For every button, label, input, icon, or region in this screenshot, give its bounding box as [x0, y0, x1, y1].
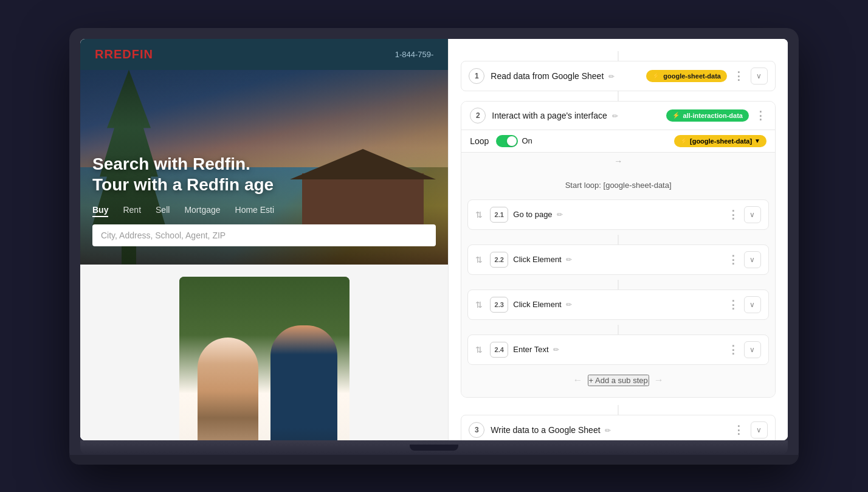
sub-step-2-4-chevron[interactable]: ∨ [744, 341, 761, 358]
hero-title: Search with Redfin. Tour with a Redfin a… [92, 154, 436, 195]
redfin-phone: 1-844-759- [395, 50, 434, 59]
loop-down-arrow: → [614, 156, 622, 166]
redfin-logo-r: R [95, 47, 104, 61]
redfin-logo-text: REDFIN [104, 47, 153, 61]
step-divider-2-3 [461, 405, 776, 415]
laptop-bottom [69, 455, 799, 465]
bolt-icon-2: ⚡ [672, 112, 680, 119]
redfin-hero: Search with Redfin. Tour with a Redfin a… [80, 70, 448, 265]
step-3-row: 3 Write data to a Google Sheet ✏ ⋮ ∨ [461, 415, 776, 440]
sub-divider-1 [467, 235, 769, 244]
sub-divider-3 [467, 325, 769, 334]
step-1-more-button[interactable]: ⋮ [733, 69, 745, 83]
right-panel-workflow[interactable]: 1 Read data from Google Sheet ✏ ⚡ google… [448, 39, 788, 440]
loop-arrow-left: ← [573, 375, 583, 386]
sub-step-2-1-edit-icon[interactable]: ✏ [557, 210, 563, 219]
sub-divider-2 [467, 280, 769, 289]
bolt-icon-1: ⚡ [652, 72, 660, 79]
step-1-text: Read data from Google Sheet [491, 71, 604, 81]
hero-content: Search with Redfin. Tour with a Redfin a… [80, 154, 448, 246]
sort-icon-2-1: ⇅ [475, 210, 483, 220]
step-3-text: Write data to a Google Sheet [491, 425, 600, 435]
step-2-label: Interact with a page's interface ✏ [492, 111, 660, 120]
nav-mortgage[interactable]: Mortgage [184, 205, 220, 217]
sub-step-2-1-more[interactable]: ⋮ [728, 208, 739, 221]
loop-tag[interactable]: ⚡ [google-sheet-data] ▼ [674, 135, 766, 147]
sub-step-2-3-edit-icon[interactable]: ✏ [566, 300, 572, 309]
step-3-edit-icon[interactable]: ✏ [605, 426, 611, 435]
sub-step-2-4-more[interactable]: ⋮ [728, 343, 739, 356]
laptop-base [80, 440, 788, 455]
toggle-switch[interactable] [496, 135, 518, 147]
step-1-tag[interactable]: ⚡ google-sheet-data [646, 70, 727, 82]
step-divider-top [461, 51, 776, 61]
hero-title-line2: Tour with a Redfin age [92, 175, 436, 195]
toggle-text: On [522, 136, 532, 145]
sub-step-2-4-number: 2.4 [490, 342, 508, 358]
nav-rent[interactable]: Rent [123, 205, 141, 217]
loop-arrow-right: → [654, 375, 664, 386]
loop-toggle[interactable]: On [496, 135, 532, 147]
laptop-notch [410, 445, 458, 451]
step-2-more-button[interactable]: ⋮ [755, 109, 766, 122]
person2 [270, 325, 337, 440]
left-panel-redfin: RREDFIN 1-844-759- Search with Redfin. T… [80, 39, 448, 440]
sub-step-2-1-chevron[interactable]: ∨ [744, 206, 761, 223]
step-1-edit-icon[interactable]: ✏ [608, 72, 615, 81]
sub-step-2-2-more[interactable]: ⋮ [728, 253, 739, 266]
step-2-text: Interact with a page's interface [492, 111, 607, 120]
sub-step-2-1-text: Go to page [513, 210, 552, 219]
toggle-knob [507, 136, 517, 146]
step-divider-1-2 [461, 91, 776, 101]
person1 [198, 338, 258, 440]
loop-label: Loop [470, 136, 489, 146]
step-1-label: Read data from Google Sheet ✏ [491, 71, 640, 81]
step-2-loop-container: 2 Interact with a page's interface ✏ ⚡ a… [461, 101, 776, 398]
sub-step-2-2-edit-icon[interactable]: ✏ [566, 255, 572, 264]
loop-toggle-row: Loop On ⚡ [google-sheet-data] ▼ [461, 130, 775, 153]
step-1-chevron-button[interactable]: ∨ [751, 68, 768, 85]
sub-step-2-3-more[interactable]: ⋮ [728, 298, 739, 311]
loop-arrow-connector: → [461, 153, 775, 170]
hero-nav: Buy Rent Sell Mortgage Home Esti [92, 205, 436, 217]
nav-sell[interactable]: Sell [156, 205, 170, 217]
sort-icon-2-2: ⇅ [475, 255, 483, 265]
sub-step-2-4-edit-icon[interactable]: ✏ [553, 345, 559, 354]
hero-search-bar[interactable]: City, Address, School, Agent, ZIP [92, 224, 436, 246]
loop-body: Start loop: [google-sheet-data] ⇅ 2.1 Go… [461, 170, 775, 397]
nav-home-estimate[interactable]: Home Esti [235, 205, 275, 217]
sub-step-2-2: ⇅ 2.2 Click Element ✏ ⋮ ∨ [467, 244, 769, 275]
loop-footer: ← + Add a sub step → [467, 370, 769, 391]
add-sub-step-button[interactable]: + Add a sub step [588, 375, 649, 386]
sort-icon-2-3: ⇅ [475, 300, 483, 310]
step-1-tag-label: google-sheet-data [663, 72, 721, 80]
laptop-container: RREDFIN 1-844-759- Search with Redfin. T… [69, 28, 799, 465]
redfin-logo: RREDFIN [95, 47, 153, 61]
sub-step-2-4: ⇅ 2.4 Enter Text ✏ ⋮ ∨ [467, 334, 769, 365]
sub-step-2-3-number: 2.3 [490, 297, 508, 313]
sub-step-2-4-text: Enter Text [513, 345, 548, 354]
sub-step-2-1-label: Go to page ✏ [513, 210, 723, 219]
nav-buy[interactable]: Buy [92, 205, 108, 217]
loop-bolt-icon: ⚡ [680, 137, 687, 144]
add-sub-step-label: + Add a sub step [589, 376, 648, 385]
sub-step-2-2-text: Click Element [513, 255, 561, 264]
sub-step-2-2-number: 2.2 [490, 252, 508, 268]
step-3-chevron-button[interactable]: ∨ [751, 421, 768, 438]
step-2-tag[interactable]: ⚡ all-interaction-data [666, 109, 749, 122]
step-1-row: 1 Read data from Google Sheet ✏ ⚡ google… [461, 61, 776, 91]
step-3-more-button[interactable]: ⋮ [733, 423, 745, 437]
sub-step-2-3-text: Click Element [513, 300, 561, 309]
step-1-number: 1 [469, 68, 484, 84]
sub-step-2-2-chevron[interactable]: ∨ [744, 251, 761, 268]
step-3-number: 3 [469, 422, 484, 438]
step-2-edit-icon[interactable]: ✏ [612, 112, 618, 120]
loop-tag-label: [google-sheet-data] [690, 137, 752, 145]
sub-step-2-4-label: Enter Text ✏ [513, 345, 723, 354]
redfin-header: RREDFIN 1-844-759- [80, 39, 448, 70]
sub-step-2-3-chevron[interactable]: ∨ [744, 296, 761, 313]
laptop-screen: RREDFIN 1-844-759- Search with Redfin. T… [80, 39, 788, 440]
redfin-section2 [80, 265, 448, 440]
step-2-number: 2 [470, 108, 486, 123]
step-2-header: 2 Interact with a page's interface ✏ ⚡ a… [461, 102, 775, 130]
